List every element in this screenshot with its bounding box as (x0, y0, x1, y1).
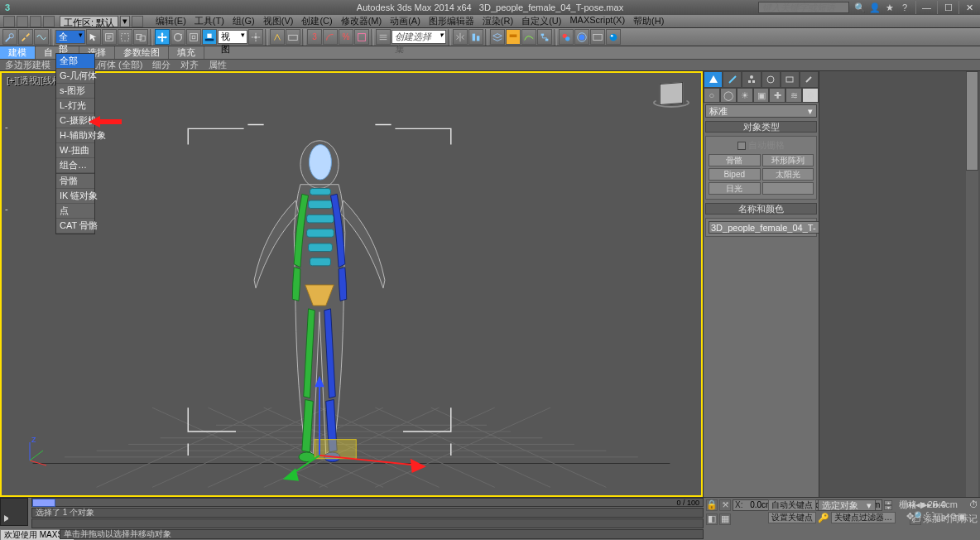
tab-object-paint[interactable]: 参数绘图 (115, 46, 169, 59)
vp-fov-icon[interactable]: ◫ (934, 511, 943, 522)
goto-end-icon[interactable]: ⏭ (932, 499, 941, 510)
menu-create[interactable]: 创建(C) (297, 15, 336, 27)
play-icon[interactable]: ▶ (920, 499, 927, 510)
pivot-center-icon[interactable] (248, 29, 263, 45)
menu-help[interactable]: 帮助(H) (629, 15, 668, 27)
filter-bone[interactable]: 骨骼 (56, 174, 94, 189)
snap-toggle-icon[interactable]: 3 (307, 29, 322, 45)
selection-lock-icon[interactable]: ▦ (719, 513, 731, 525)
render-frame-icon[interactable] (590, 29, 605, 45)
schematic-view-icon[interactable] (537, 29, 552, 45)
menu-edit[interactable]: 编辑(E) (151, 15, 190, 27)
select-link-icon[interactable] (2, 29, 17, 45)
filter-geometry[interactable]: G-几何体 (56, 69, 94, 84)
edit-selset-icon[interactable] (376, 29, 391, 45)
cp-category-dropdown[interactable]: 标准▾ (705, 104, 817, 118)
workspace-dropdown-icon[interactable]: ▾ (120, 16, 130, 27)
toggle-ribbon-icon[interactable] (506, 29, 521, 45)
object-name-field[interactable] (709, 221, 828, 234)
btn-bones[interactable]: 骨骼 (709, 154, 761, 166)
curve-editor-icon[interactable] (521, 29, 536, 45)
percent-snap-icon[interactable]: % (339, 29, 353, 45)
spinner-snap-icon[interactable] (354, 29, 369, 45)
maximize-button[interactable]: ☐ (937, 1, 958, 14)
cp-display-icon[interactable] (781, 71, 800, 88)
vp-pan-icon[interactable]: ✥ (906, 511, 914, 522)
mirror-icon[interactable] (453, 29, 468, 45)
ribbon-props[interactable]: 属性 (204, 59, 232, 71)
qat-link-icon[interactable] (43, 16, 55, 27)
filter-point[interactable]: 点 (56, 204, 94, 219)
vp-orbit-icon[interactable]: ⟳ (950, 511, 958, 522)
signin-icon[interactable]: 👤 (869, 2, 881, 13)
key-selset-dropdown[interactable]: 选定对象▾ (818, 499, 876, 511)
cp-utilities-icon[interactable] (800, 71, 819, 88)
qat-redo-icon[interactable] (30, 16, 41, 27)
search-icon[interactable]: 🔍 (854, 2, 866, 13)
selection-filter-dropdown[interactable]: 全部 (55, 30, 85, 44)
menu-modifiers[interactable]: 修改器(M) (337, 15, 387, 27)
select-by-name-icon[interactable] (102, 29, 117, 45)
vp-zoom-all-icon[interactable]: ⛶ (925, 511, 934, 522)
ribbon-align[interactable]: 对齐 (175, 59, 204, 71)
key-filters-button[interactable]: 关键点过滤器… (831, 512, 896, 523)
autogrid-checkbox[interactable] (737, 142, 746, 150)
goto-start-icon[interactable]: ⏮ (906, 499, 915, 510)
filter-warps[interactable]: W-扭曲 (56, 143, 94, 158)
workspace-settings-icon[interactable] (132, 16, 143, 27)
vp-zoom-extents-icon[interactable]: ⤢ (943, 511, 950, 522)
cp-helpers-icon[interactable]: ✚ (769, 88, 785, 103)
btn-ringarray[interactable]: 环形阵列 (762, 154, 814, 166)
filter-ikchain[interactable]: IK 链对象 (56, 189, 94, 204)
filter-combos[interactable]: 组合… (56, 158, 94, 173)
tab-modeling[interactable]: 建模 (0, 46, 36, 59)
ribbon-subdiv[interactable]: 细分 (147, 59, 175, 71)
select-region-icon[interactable] (118, 29, 132, 45)
filter-catbone[interactable]: CAT 骨骼 (56, 219, 94, 234)
keyboard-shortcut-icon[interactable] (286, 29, 300, 45)
material-editor-icon[interactable] (559, 29, 574, 45)
menu-tools[interactable]: 工具(T) (190, 15, 228, 27)
trackbar-viewport[interactable] (0, 498, 28, 526)
bind-spacewarp-icon[interactable] (34, 29, 49, 45)
ribbon-polymodel[interactable]: 多边形建模 (0, 59, 55, 71)
perspective-viewport[interactable]: [+][透视][线框] z (2, 73, 701, 495)
unlink-icon[interactable] (18, 29, 33, 45)
autokey-button[interactable]: 自动关键点 (768, 499, 816, 511)
filter-shapes[interactable]: s-图形 (56, 84, 94, 99)
window-crossing-icon[interactable] (133, 29, 148, 45)
rollout-name-color[interactable]: -名称和颜色 (705, 203, 817, 215)
filter-helpers[interactable]: H-辅助对象 (56, 128, 94, 143)
angle-snap-icon[interactable] (323, 29, 338, 45)
setkey-icon[interactable]: 🔑 (818, 513, 829, 523)
time-slider-thumb[interactable] (32, 499, 55, 507)
placement-icon[interactable] (202, 29, 217, 45)
time-config-icon[interactable]: ⏱ (969, 499, 978, 510)
qat-new-icon[interactable] (3, 16, 15, 27)
minimize-button[interactable]: — (915, 1, 937, 14)
time-slider[interactable]: 0 / 100 (31, 498, 704, 507)
rotate-icon[interactable] (171, 29, 185, 45)
setkey-button[interactable]: 设置关键点 (768, 512, 816, 523)
menu-view[interactable]: 视图(V) (259, 15, 298, 27)
cp-shapes-icon[interactable]: ◯ (720, 88, 737, 103)
manipulate-icon[interactable] (270, 29, 285, 45)
btn-sunlight[interactable]: 太阳光 (762, 168, 814, 181)
cp-cameras-icon[interactable]: ▣ (753, 88, 770, 103)
favorite-icon[interactable]: ★ (884, 2, 896, 13)
vp-maximize-icon[interactable]: ▣ (958, 511, 966, 522)
btn-biped[interactable]: Biped (709, 168, 761, 181)
right-scrollbar[interactable] (966, 71, 978, 497)
cp-spacewarps-icon[interactable]: ≋ (785, 88, 802, 103)
view-cube[interactable] (653, 80, 689, 116)
cp-motion-icon[interactable] (761, 71, 781, 88)
btn-daylight[interactable]: 日光 (709, 182, 761, 195)
help-icon[interactable]: ? (899, 2, 910, 13)
isolate-icon[interactable]: ◧ (706, 513, 718, 525)
menu-animation[interactable]: 动画(A) (386, 15, 425, 27)
move-icon[interactable] (155, 29, 170, 45)
render-setup-icon[interactable] (574, 29, 589, 45)
qat-undo-icon[interactable] (17, 16, 28, 27)
menu-grapheditors[interactable]: 图形编辑器 (425, 15, 478, 27)
render-icon[interactable] (606, 29, 621, 45)
